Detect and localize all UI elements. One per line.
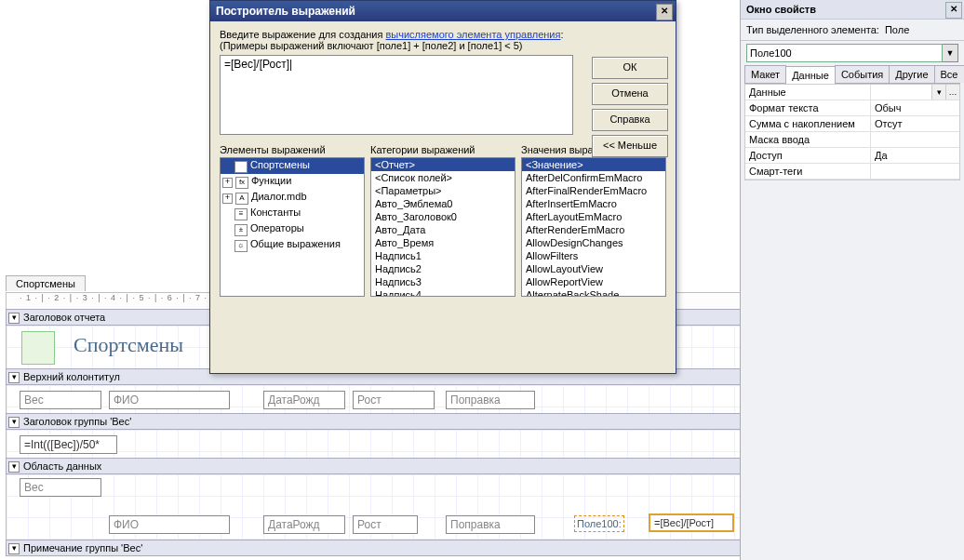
list-item[interactable]: Надпись3 <box>371 275 515 288</box>
close-icon[interactable]: ✕ <box>656 4 673 20</box>
list-item[interactable]: AfterDelConfirmEmMacro <box>522 171 665 184</box>
new-field-selected[interactable]: =[Вес]/[Рост] <box>649 513 734 532</box>
tab-Другие[interactable]: Другие <box>889 65 934 83</box>
list-item[interactable]: <Список полей> <box>371 171 515 184</box>
properties-title[interactable]: Окно свойств ✕ <box>741 0 964 20</box>
property-value[interactable] <box>871 132 959 147</box>
chevron-down-icon[interactable]: ▼ <box>943 44 958 62</box>
list-item[interactable]: AllowFilters <box>522 249 665 262</box>
properties-grid: Данные▾…Формат текстаОбычСумма с накопле… <box>744 84 960 180</box>
tab-Данные[interactable]: Данные <box>785 66 836 84</box>
list-item[interactable]: Надпись2 <box>371 262 515 275</box>
properties-subtitle: Тип выделенного элемента: Поле <box>741 20 964 41</box>
list-item[interactable]: Авто_Дата <box>371 223 515 236</box>
properties-panel: Окно свойств ✕ Тип выделенного элемента:… <box>740 0 964 560</box>
tree-item[interactable]: +fxФункции <box>221 174 364 190</box>
expression-input[interactable]: =[Вес]/[Рост]| <box>220 55 573 135</box>
builder-icon[interactable]: … <box>945 85 959 100</box>
property-value[interactable]: Обыч <box>871 100 959 115</box>
less-button[interactable]: << Меньше <box>592 135 668 157</box>
new-label[interactable]: Поле100: <box>574 515 624 532</box>
detail-ctrl-pop[interactable]: Поправка <box>446 515 535 534</box>
help-link[interactable]: вычисляемого элемента управления <box>385 29 560 40</box>
list-item[interactable]: Авто_Заголовок0 <box>371 210 515 223</box>
tab-Макет[interactable]: Макет <box>744 65 786 83</box>
categories-list[interactable]: <Отчет><Список полей><Параметры>Авто_Эмб… <box>370 157 515 297</box>
group-expr-ctrl[interactable]: =Int(([Вес])/50* <box>20 435 117 454</box>
detail-ctrl-ves[interactable]: Вес <box>20 478 101 497</box>
property-name: Данные <box>745 85 871 100</box>
list-item[interactable]: AlternateBackShade <box>522 288 665 297</box>
collapse-icon[interactable]: ▾ <box>8 372 20 383</box>
report-logo-icon[interactable] <box>21 331 55 365</box>
element-selector-input[interactable] <box>746 44 943 62</box>
tree-item[interactable]: +AДиалог.mdb <box>221 190 364 206</box>
list-item[interactable]: AfterInsertEmMacro <box>522 197 665 210</box>
property-value[interactable]: Отсут <box>871 116 959 131</box>
list-item[interactable]: AfterRenderEmMacro <box>522 223 665 236</box>
list-item[interactable]: AllowReportView <box>522 275 665 288</box>
band-body-group-header[interactable]: =Int(([Вес])/50* <box>6 430 741 459</box>
tree-item[interactable]: ±Операторы <box>221 221 364 237</box>
report-title[interactable]: Спортсмены <box>74 333 183 357</box>
list-item[interactable]: AfterLayoutEmMacro <box>522 210 665 223</box>
header-ctrl-dr[interactable]: ДатаРожд <box>263 391 345 409</box>
tree-item[interactable]: ≡Константы <box>221 206 364 221</box>
header-ctrl-rost[interactable]: Рост <box>353 391 435 409</box>
band-label: Заголовок отчета <box>23 312 105 323</box>
property-value[interactable] <box>871 164 959 179</box>
list-item[interactable]: Авто_Эмблема0 <box>371 197 515 210</box>
properties-tabs: МакетДанныеСобытияДругиеВсе <box>744 65 960 84</box>
report-tab[interactable]: Спортсмены <box>6 275 86 291</box>
list-item[interactable]: AllowLayoutView <box>522 262 665 275</box>
band-label: Примечание группы 'Вес' <box>23 542 142 553</box>
collapse-icon[interactable]: ▾ <box>8 543 20 554</box>
collapse-icon[interactable]: ▾ <box>8 417 20 428</box>
detail-ctrl-fio[interactable]: ФИО <box>109 515 230 534</box>
list-item[interactable]: <Параметры> <box>371 184 515 197</box>
col-label-elements: Элементы выражений <box>220 144 365 155</box>
list-item[interactable]: AllowDesignChanges <box>522 236 665 249</box>
tree-item[interactable]: ☼Общие выражения <box>221 237 364 253</box>
dialog-titlebar[interactable]: Построитель выражений ✕ <box>210 1 676 21</box>
property-row[interactable]: Сумма с накоплениемОтсут <box>745 116 959 132</box>
list-item[interactable]: Надпись1 <box>371 249 515 262</box>
list-item[interactable]: AfterFinalRenderEmMacro <box>522 184 665 197</box>
tab-События[interactable]: События <box>835 65 890 83</box>
header-ctrl-pop[interactable]: Поправка <box>446 391 535 409</box>
band-header-group-footer[interactable]: ▾Примечание группы 'Вес' <box>6 540 741 556</box>
band-body-page-header[interactable]: Вес ФИО ДатаРожд Рост Поправка <box>6 385 741 414</box>
band-header-group[interactable]: ▾Заголовок группы 'Вес' <box>6 413 741 430</box>
header-ctrl-fio[interactable]: ФИО <box>109 391 230 409</box>
property-value[interactable]: Да <box>871 148 959 163</box>
tree-item[interactable]: ◧Спортсмены <box>221 158 364 174</box>
values-list[interactable]: <Значение>AfterDelConfirmEmMacroAfterFin… <box>521 157 666 297</box>
list-item[interactable]: <Отчет> <box>371 158 515 171</box>
help-button[interactable]: Справка <box>592 109 668 131</box>
list-item[interactable]: Надпись4 <box>371 288 515 297</box>
close-icon[interactable]: ✕ <box>945 2 962 19</box>
property-row[interactable]: Маска ввода <box>745 132 959 148</box>
elements-tree[interactable]: ◧Спортсмены+fxФункции+AДиалог.mdb≡Конста… <box>220 157 365 297</box>
collapse-icon[interactable]: ▾ <box>8 313 20 324</box>
band-header-detail[interactable]: ▾Область данных <box>6 458 741 474</box>
tab-Все[interactable]: Все <box>934 65 964 83</box>
header-ctrl-ves[interactable]: Вес <box>20 391 101 409</box>
band-label: Заголовок группы 'Вес' <box>23 416 131 427</box>
element-selector[interactable]: ▼ <box>746 44 958 62</box>
ok-button[interactable]: ОК <box>592 57 668 79</box>
detail-ctrl-rost[interactable]: Рост <box>353 515 418 534</box>
list-item[interactable]: Авто_Время <box>371 236 515 249</box>
property-row[interactable]: ДоступДа <box>745 148 959 164</box>
property-name: Доступ <box>745 148 871 163</box>
collapse-icon[interactable]: ▾ <box>8 461 20 473</box>
property-value[interactable] <box>871 85 931 100</box>
cancel-button[interactable]: Отмена <box>592 83 668 105</box>
detail-ctrl-dr[interactable]: ДатаРожд <box>263 515 345 534</box>
chevron-down-icon[interactable]: ▾ <box>931 85 945 100</box>
band-body-detail[interactable]: Вес ФИО ДатаРожд Рост Поправка Поле100: … <box>6 474 741 540</box>
property-row[interactable]: Смарт-теги <box>745 164 959 180</box>
property-row[interactable]: Формат текстаОбыч <box>745 100 959 116</box>
property-row[interactable]: Данные▾… <box>745 85 959 100</box>
property-name: Сумма с накоплением <box>745 116 871 131</box>
